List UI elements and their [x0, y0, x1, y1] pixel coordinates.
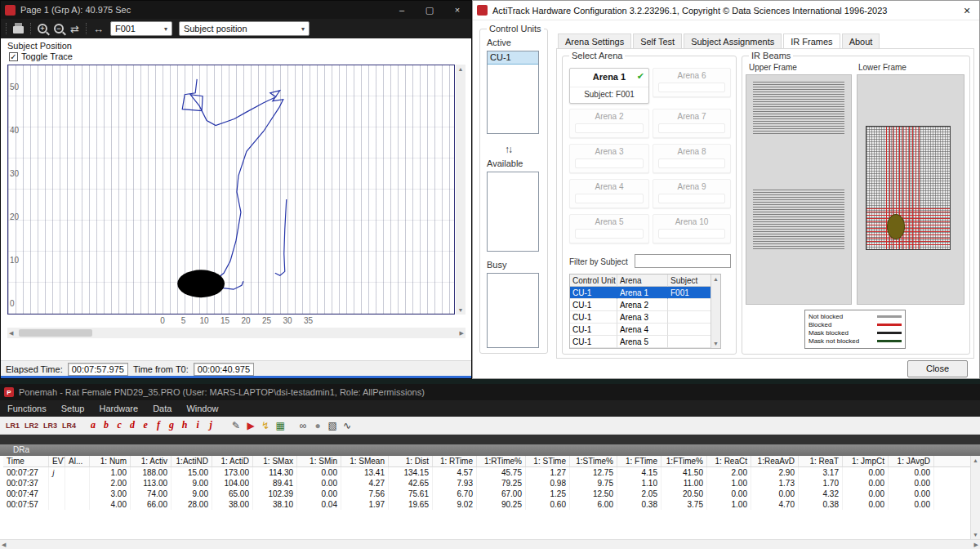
lightning-icon[interactable]: ↯: [258, 420, 273, 431]
column-header[interactable]: 1: ActiD: [212, 456, 253, 466]
column-header[interactable]: 1:ReaAvD: [751, 456, 799, 466]
menu-window[interactable]: Window: [179, 404, 225, 413]
column-header[interactable]: 1:RTime%: [477, 456, 526, 466]
column-header[interactable]: 1:STime%: [570, 456, 617, 466]
menu-hardware[interactable]: Hardware: [91, 404, 145, 413]
letter-button-a[interactable]: a: [87, 419, 100, 431]
waveform-icon[interactable]: ∿: [340, 420, 354, 431]
print-icon[interactable]: [13, 26, 24, 33]
letter-button-h[interactable]: h: [178, 419, 191, 431]
close-button[interactable]: ×: [443, 1, 471, 19]
scroll-right-icon[interactable]: ▶: [458, 328, 466, 338]
tab-arena-settings[interactable]: Arena Settings: [558, 33, 631, 50]
menu-data[interactable]: Data: [145, 404, 179, 413]
busy-units-list[interactable]: [487, 273, 539, 348]
close-dialog-button[interactable]: Close: [907, 360, 968, 377]
lr-button-lr3[interactable]: LR3: [41, 422, 60, 430]
column-header[interactable]: 1: Activ: [131, 456, 172, 466]
letter-button-g[interactable]: g: [165, 419, 178, 431]
letter-button-b[interactable]: b: [100, 419, 113, 431]
assignment-row[interactable]: CU-1Arena 1F001: [570, 287, 720, 299]
scroll-up-icon[interactable]: ▲: [711, 274, 720, 283]
column-header[interactable]: 1: SMin: [297, 456, 341, 466]
close-button[interactable]: ×: [955, 4, 979, 17]
letter-button-e[interactable]: e: [139, 419, 152, 431]
scrollbar-thumb[interactable]: [19, 329, 92, 337]
column-header[interactable]: 1: ReaT: [799, 456, 843, 466]
letter-button-c[interactable]: c: [113, 419, 126, 431]
available-units-list[interactable]: [487, 172, 539, 252]
scroll-right-icon[interactable]: ▶: [973, 540, 980, 549]
scroll-down-icon[interactable]: ▼: [971, 530, 980, 539]
column-header[interactable]: 1:FTime%: [662, 456, 707, 466]
letter-button-f[interactable]: f: [152, 419, 165, 431]
letter-button-i[interactable]: i: [191, 419, 204, 431]
letter-button-d[interactable]: d: [126, 419, 139, 431]
arena-button-arena-2[interactable]: Arena 2: [569, 109, 649, 138]
arena-button-arena-1[interactable]: Arena 1 ✔ Subject: F001: [569, 68, 649, 104]
scroll-down-icon[interactable]: ▼: [711, 339, 720, 348]
table-row[interactable]: 00:07:473.0074.009.0065.00102.390.007.56…: [3, 489, 972, 499]
assignment-row[interactable]: CU-1Arena 3: [570, 311, 720, 324]
column-header[interactable]: 1: RTime: [433, 456, 477, 466]
grid-icon[interactable]: ▦: [273, 420, 287, 431]
column-header[interactable]: 1: Dist: [389, 456, 433, 466]
column-header[interactable]: 1: SMean: [341, 456, 389, 466]
menu-setup[interactable]: Setup: [54, 404, 92, 413]
signal-dropdown[interactable]: Subject position ▾: [179, 21, 310, 36]
move-updown-icon[interactable]: ↑↓: [505, 144, 511, 155]
arena-button-arena-4[interactable]: Arena 4: [569, 179, 649, 208]
column-header[interactable]: 1: SMax: [253, 456, 297, 466]
scroll-left-icon[interactable]: ◀: [7, 328, 15, 338]
column-header[interactable]: 1:ActiND: [172, 456, 212, 466]
table-row[interactable]: 00:07:372.00113.009.00104.0089.410.004.2…: [3, 478, 972, 489]
column-header[interactable]: 1: JAvgD: [889, 456, 934, 466]
table-row[interactable]: 00:07:574.0066.0028.0038.0038.100.041.97…: [3, 499, 972, 510]
play-marker-icon[interactable]: ▶: [243, 420, 258, 431]
column-header[interactable]: 1: FTime: [617, 456, 662, 466]
minimize-button[interactable]: –: [388, 1, 416, 19]
arena-button-arena-8[interactable]: Arena 8: [653, 144, 731, 173]
column-header[interactable]: 1: ReaCt: [707, 456, 751, 466]
arena-button-arena-6[interactable]: Arena 6: [653, 68, 731, 97]
assignment-row[interactable]: CU-1Arena 5: [570, 336, 720, 348]
zoom-in-icon[interactable]: +: [38, 24, 47, 33]
filter-by-subject-input[interactable]: [635, 254, 731, 268]
active-unit-item[interactable]: CU-1: [488, 51, 538, 64]
tab-about[interactable]: About: [842, 33, 880, 50]
column-header[interactable]: EVT: [49, 456, 65, 466]
checkbox-icon[interactable]: ✓: [9, 52, 18, 61]
column-header[interactable]: 1: JmpCt: [843, 456, 889, 466]
table-row[interactable]: 00:07:27j1.00188.0015.00173.00114.300.00…: [3, 467, 972, 478]
binoculars-icon[interactable]: ∞: [296, 420, 310, 431]
lr-button-lr1[interactable]: LR1: [3, 422, 22, 430]
letter-button-j[interactable]: j: [204, 419, 217, 431]
table-vertical-scrollbar[interactable]: ▲ ▼: [970, 456, 980, 539]
active-units-list[interactable]: CU-1: [487, 51, 539, 134]
toggle-trace-checkbox[interactable]: ✓ Toggle Trace: [9, 51, 73, 61]
zoom-out-icon[interactable]: −: [54, 24, 64, 33]
assignment-row[interactable]: CU-1Arena 4: [570, 324, 720, 336]
edit-icon[interactable]: ✎: [229, 420, 243, 431]
pan-icon[interactable]: ⇄: [70, 24, 79, 34]
tab-subject-assignments[interactable]: Subject Assignments: [684, 33, 782, 50]
arena-button-arena-3[interactable]: Arena 3: [569, 144, 649, 173]
scroll-up-icon[interactable]: ▲: [457, 65, 466, 74]
lr-button-lr2[interactable]: LR2: [22, 422, 41, 430]
column-header[interactable]: 1: Num: [90, 456, 131, 466]
menu-functions[interactable]: Functions: [0, 404, 54, 413]
plot-horizontal-scrollbar[interactable]: ◀ ▶: [7, 328, 466, 338]
comment-icon[interactable]: ●: [310, 420, 325, 431]
arena-button-arena-5[interactable]: Arena 5: [569, 214, 649, 243]
scroll-up-icon[interactable]: ▲: [971, 456, 980, 465]
arena-button-arena-9[interactable]: Arena 9: [653, 179, 731, 208]
scroll-left-icon[interactable]: ◀: [0, 540, 7, 549]
column-header[interactable]: 1: STime: [526, 456, 570, 466]
maximize-button[interactable]: ▢: [416, 1, 443, 19]
window-resize-edge[interactable]: [1, 376, 471, 378]
assignment-row[interactable]: CU-1Arena 2: [570, 299, 720, 311]
table-horizontal-scrollbar[interactable]: ◀ ▶: [0, 539, 980, 549]
arena-button-arena-7[interactable]: Arena 7: [653, 109, 731, 138]
assignment-table-scrollbar[interactable]: ▲ ▼: [710, 274, 720, 348]
fit-icon[interactable]: ↔: [93, 24, 104, 34]
